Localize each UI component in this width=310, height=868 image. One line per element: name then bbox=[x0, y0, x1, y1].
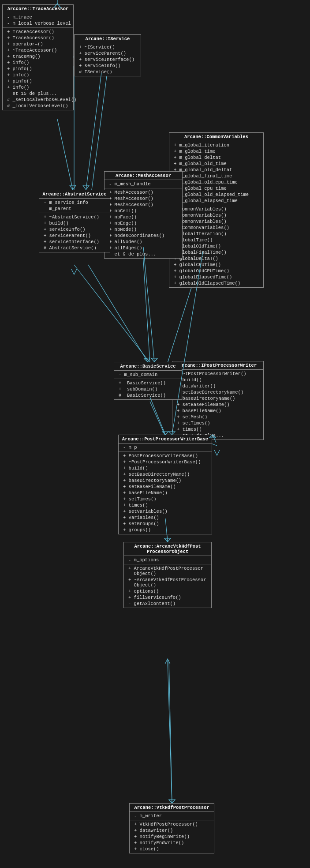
meshaccessor-title: Arcane::MeshAccessor bbox=[105, 172, 182, 180]
abstractservice-fields: - m_service_info - m_parent bbox=[39, 199, 110, 213]
traceaccessor-title: Arccore::TraceAccessor bbox=[3, 5, 73, 13]
member: + setBaseFileName() bbox=[121, 484, 209, 490]
member: + info() bbox=[5, 84, 71, 90]
member: + nodesCoordinates() bbox=[107, 233, 179, 239]
member: - m_options bbox=[127, 557, 209, 563]
member: - m_mesh_handle bbox=[107, 181, 179, 187]
member: + serviceInfo() bbox=[77, 63, 138, 69]
member: + serviceInterface() bbox=[77, 56, 138, 63]
ipostprocessorwriter-title: Arcane::IPostProcessorWriter bbox=[172, 361, 263, 370]
member: + setBaseDirectoryName() bbox=[175, 389, 261, 395]
arcanevtkhdf-fields: - m_options bbox=[124, 556, 211, 564]
tracccessor-box: Arccore::TraceAccessor - m_trace - m_loc… bbox=[2, 4, 74, 110]
member: + CommonVariables() bbox=[172, 206, 261, 212]
member: + globalOldTime() bbox=[172, 243, 261, 249]
member: et 15 de plus... bbox=[5, 90, 71, 97]
member: + serviceParent() bbox=[77, 50, 138, 56]
member: + m_global_old_cpu_time bbox=[172, 179, 261, 185]
svg-line-3 bbox=[142, 247, 150, 363]
member: + notifyEndWrite() bbox=[132, 840, 211, 846]
member: - m_sub_domain bbox=[117, 372, 179, 378]
meshaccessor-box: Arcane::MeshAccessor - m_mesh_handle + M… bbox=[104, 171, 183, 259]
member: # IService() bbox=[77, 69, 138, 75]
member: + operator=() bbox=[5, 41, 71, 47]
member: + PostProcessorWriterBase() bbox=[121, 453, 209, 459]
member: + ~AbstractService() bbox=[42, 214, 107, 220]
svg-marker-12 bbox=[83, 185, 89, 190]
member: + ~PostProcessorWriterBase() bbox=[121, 459, 209, 465]
member: - m_local_verbose_level bbox=[5, 20, 71, 26]
postprocessorwriterbase-title: Arcane::PostProcessorWriterBase bbox=[119, 435, 212, 443]
member: + m_global_cpu_time bbox=[172, 185, 261, 192]
svg-line-8 bbox=[168, 660, 172, 803]
svg-line-14 bbox=[88, 265, 148, 362]
member: + m_global_deltat bbox=[172, 154, 261, 161]
svg-marker-15 bbox=[144, 358, 150, 362]
member: + globalCPUTime() bbox=[172, 262, 261, 268]
member: + close() bbox=[132, 846, 211, 852]
member: + m_global_final_time bbox=[172, 173, 261, 179]
member: + VtkHdfPostProcessor() bbox=[132, 821, 211, 827]
member: + MeshAccessor() bbox=[107, 195, 179, 202]
member: + setBaseDirectoryName() bbox=[121, 471, 209, 477]
member: + ~IPostProcessorWriter() bbox=[175, 371, 261, 377]
member: - m_parent bbox=[42, 206, 107, 212]
member: # AbstractService() bbox=[42, 245, 107, 251]
vtkhdfpostprocessor-title: Arcane::VtkHdfPostProcessor bbox=[130, 804, 214, 812]
member: + allNodes() bbox=[107, 239, 179, 245]
member: + pinfo() bbox=[5, 66, 71, 72]
member: + nbFace() bbox=[107, 214, 179, 220]
svg-marker-27 bbox=[169, 800, 175, 803]
traceaccessor-fields: - m_trace - m_local_verbose_level bbox=[3, 13, 73, 28]
member: + setGroups() bbox=[121, 521, 209, 527]
arcanevtkhdf-box: Arcane::ArcaneVtkHdfPostProcessorObject … bbox=[123, 542, 212, 608]
basicservice-box: Arcane::BasicService - m_sub_domain + Ba… bbox=[114, 362, 182, 400]
commonvariables-title: Arcane::CommonVariables bbox=[169, 133, 263, 141]
member: + ArcaneVtkHdfPostProcessor Object() bbox=[127, 565, 209, 577]
svg-line-16 bbox=[143, 247, 154, 362]
member: + allEdges() bbox=[107, 245, 179, 251]
member: + MeshAccessor() bbox=[107, 202, 179, 208]
member: + globalIteration() bbox=[172, 231, 261, 237]
member: + times() bbox=[175, 426, 261, 432]
basicservice-methods: + BasicService() + subDomain() # BasicSe… bbox=[114, 379, 182, 399]
member: + setVariables() bbox=[121, 508, 209, 515]
member: + dataWriter() bbox=[132, 827, 211, 834]
member: + times() bbox=[121, 502, 209, 508]
member: - m_service_info bbox=[42, 199, 107, 206]
member: + traceMng() bbox=[5, 53, 71, 60]
member: + serviceParent() bbox=[42, 233, 107, 239]
svg-line-26 bbox=[169, 660, 172, 803]
member: + BasicService() bbox=[117, 380, 179, 386]
member: + m_global_time bbox=[172, 148, 261, 154]
member: + m_global_old_elapsed_time bbox=[172, 192, 261, 198]
svg-marker-23 bbox=[162, 432, 168, 435]
meshaccessor-fields: - m_mesh_handle bbox=[105, 180, 182, 188]
member: + pinfo() bbox=[5, 78, 71, 84]
arcanevtkhdf-title: Arcane::ArcaneVtkHdfPostProcessorObject bbox=[124, 542, 211, 556]
iservice-methods: + ~IService() + serviceParent() + servic… bbox=[75, 43, 141, 76]
member: + setTimes() bbox=[175, 420, 261, 426]
member: + baseDirectoryName() bbox=[175, 395, 261, 402]
abstractservice-methods: + ~AbstractService() + build() + service… bbox=[39, 213, 110, 252]
postprocessorwriterbase-fields: - m_p bbox=[119, 443, 212, 452]
arcanevtkhdf-methods: + ArcaneVtkHdfPostProcessor Object() + ~… bbox=[124, 564, 211, 608]
member: + nbEdge() bbox=[107, 220, 179, 226]
member: + MeshAccessor() bbox=[107, 189, 179, 195]
member: + setMesh() bbox=[175, 414, 261, 420]
member: + setTimes() bbox=[121, 496, 209, 502]
diagram-container: Arccore::TraceAccessor - m_trace - m_loc… bbox=[0, 0, 310, 868]
vtkhdfpostprocessor-box: Arcane::VtkHdfPostProcessor - m_writer +… bbox=[129, 803, 214, 853]
member: + baseDirectoryName() bbox=[121, 477, 209, 484]
traceaccessor-methods: + TraceAccessor() + TraceAccessor() + op… bbox=[3, 28, 73, 110]
member: + m_global_old_time bbox=[172, 161, 261, 167]
member: + globalOldCPUTime() bbox=[172, 268, 261, 274]
svg-marker-25 bbox=[164, 538, 171, 542]
member: + groups() bbox=[121, 527, 209, 533]
member: + serviceInfo() bbox=[42, 226, 107, 233]
member: # _setLocalVerboseLevel() bbox=[5, 97, 71, 103]
member: - m_trace bbox=[5, 14, 71, 20]
member: + globalDeltaT() bbox=[172, 256, 261, 262]
commonvariables-methods: + CommonVariables() + CommonVariables() … bbox=[169, 205, 263, 287]
member: + build() bbox=[42, 220, 107, 226]
